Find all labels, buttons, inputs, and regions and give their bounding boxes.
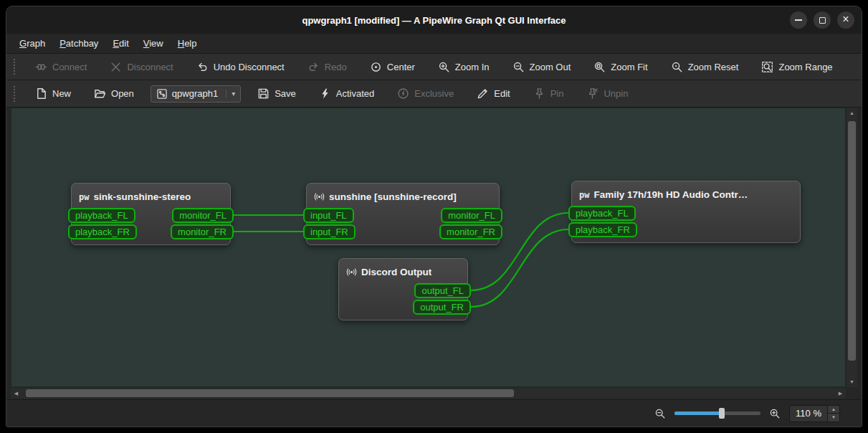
maximize-button[interactable] (814, 11, 831, 29)
toolbar-drag-handle[interactable] (14, 59, 17, 75)
toolbar-button-label: Undo Disconnect (214, 62, 285, 72)
new-button[interactable]: New (29, 84, 77, 103)
horizontal-scrollbar[interactable]: ◀ ▶ (11, 388, 846, 399)
horizontal-scrollbar-track[interactable] (22, 388, 835, 399)
zoom-range-button[interactable]: Zoom Range (755, 57, 839, 77)
zoom-spinbox[interactable]: 110 % ▲ ▼ (789, 405, 840, 422)
zoom-out-icon (512, 61, 525, 73)
minimize-button[interactable] (790, 11, 807, 29)
vertical-scrollbar[interactable]: ▲ ▼ (846, 108, 857, 387)
redo-icon (307, 61, 320, 73)
toolbar-button-label: Zoom Out (530, 62, 571, 72)
pin-button: Pin (527, 84, 571, 103)
center-icon (370, 61, 382, 73)
pin-icon (533, 87, 545, 100)
scroll-left-arrow[interactable]: ◀ (11, 388, 22, 399)
exclusive-button: Exclusive (391, 84, 460, 103)
save-button[interactable]: Save (251, 84, 302, 103)
zoom-in-button[interactable]: Zoom In (431, 57, 496, 77)
menubar: GraphPatchbayEditViewHelp (6, 34, 862, 54)
zoom-fit-icon (593, 61, 606, 73)
zoom-reset-icon (671, 61, 683, 73)
zoom-slider-fill (674, 411, 722, 415)
connect-button: Connect (29, 57, 93, 77)
patchbay-combo-value: qpwgraph1 (172, 88, 218, 99)
toolbar-file: NewOpenqpwgraph1▾SaveActivatedExclusiveE… (6, 80, 862, 108)
window-controls: × (790, 6, 854, 34)
toolbar-button-label: Zoom Fit (611, 62, 647, 72)
zoom-reset-button[interactable]: Zoom Reset (664, 57, 745, 77)
graph-canvas[interactable]: pwsink-sunshine-stereoplayback_FLplaybac… (11, 108, 846, 387)
statusbar: 110 % ▲ ▼ (6, 399, 862, 427)
canvas-wrap: pwsink-sunshine-stereoplayback_FLplaybac… (11, 108, 857, 387)
titlebar[interactable]: qpwgraph1 [modified] — A PipeWire Graph … (6, 6, 862, 34)
zoom-spin-down-button[interactable]: ▼ (828, 413, 839, 422)
toolbar-button-label: Redo (325, 62, 347, 72)
activated-button[interactable]: Activated (313, 84, 381, 103)
connection-wire[interactable] (471, 229, 568, 307)
scroll-right-arrow[interactable]: ▶ (835, 388, 846, 399)
open-icon (94, 87, 106, 100)
main-area: pwsink-sunshine-stereoplayback_FLplaybac… (6, 108, 862, 399)
patchbay-icon (156, 88, 168, 100)
edit-icon (477, 87, 489, 100)
menu-view[interactable]: View (136, 34, 171, 53)
disconnect-icon (110, 61, 122, 73)
scroll-up-arrow[interactable]: ▲ (846, 108, 857, 118)
menu-graph[interactable]: Graph (12, 34, 52, 53)
menu-patchbay[interactable]: Patchbay (52, 34, 105, 53)
window-title: qpwgraph1 [modified] — A PipeWire Graph … (302, 15, 566, 26)
open-button[interactable]: Open (87, 84, 140, 103)
toolbar-button-label: Disconnect (127, 62, 173, 72)
toolbar-drag-handle[interactable] (14, 86, 17, 102)
menu-edit[interactable]: Edit (105, 34, 135, 53)
toolbar-button-label: Zoom Range (778, 62, 832, 72)
save-icon (257, 87, 270, 100)
close-icon: × (842, 14, 849, 25)
toolbar-button-label: Zoom In (455, 62, 490, 72)
vertical-scrollbar-track[interactable] (846, 118, 857, 376)
toolbar-button-label: Connect (52, 62, 87, 72)
center-button[interactable]: Center (363, 57, 421, 77)
toolbar-button-label: Unpin (604, 88, 628, 99)
redo-button: Redo (301, 57, 353, 77)
toolbar-main: ConnectDisconnectUndo DisconnectRedoCent… (6, 54, 862, 80)
activated-icon (319, 87, 331, 100)
toolbar-button-label: Open (111, 88, 134, 99)
zoom-spin-up-button[interactable]: ▲ (828, 406, 839, 414)
scroll-down-arrow[interactable]: ▼ (846, 376, 857, 387)
undo-disconnect-button[interactable]: Undo Disconnect (190, 57, 291, 77)
chevron-down-icon: ▾ (226, 90, 235, 97)
zoom-range-icon (761, 61, 773, 73)
patchbay-combo[interactable]: qpwgraph1▾ (151, 85, 241, 103)
toolbar-button-label: Zoom Reset (688, 62, 739, 72)
zoom-out-icon[interactable] (654, 408, 666, 419)
toolbar-button-label: Pin (550, 88, 564, 99)
exclusive-icon (397, 87, 409, 100)
zoom-out-button[interactable]: Zoom Out (506, 57, 578, 77)
zoom-slider[interactable] (674, 411, 760, 415)
zoom-in-icon (438, 61, 450, 73)
minimize-icon (795, 19, 802, 21)
zoom-spin-buttons: ▲ ▼ (827, 406, 839, 422)
toolbar-button-label: Activated (336, 88, 374, 99)
connection-wire[interactable] (471, 213, 568, 290)
edit-button[interactable]: Edit (470, 84, 516, 103)
menu-help[interactable]: Help (171, 34, 204, 53)
vertical-scrollbar-handle[interactable] (848, 121, 856, 361)
unpin-button: Unpin (580, 84, 634, 103)
zoom-in-icon[interactable] (769, 408, 781, 419)
toolbar-button-label: Edit (494, 88, 510, 99)
unpin-icon (586, 87, 598, 100)
zoom-slider-thumb[interactable] (719, 408, 725, 419)
toolbar-button-label: Center (387, 62, 415, 72)
close-button[interactable]: × (837, 11, 854, 29)
horizontal-scrollbar-handle[interactable] (26, 389, 514, 397)
zoom-fit-button[interactable]: Zoom Fit (587, 57, 654, 77)
connect-icon (35, 61, 47, 73)
disconnect-button: Disconnect (103, 57, 179, 77)
hscrollbar-row: ◀ ▶ (11, 388, 857, 399)
undo-icon (196, 61, 209, 73)
new-icon (35, 87, 47, 100)
zoom-value[interactable]: 110 % (790, 406, 827, 422)
